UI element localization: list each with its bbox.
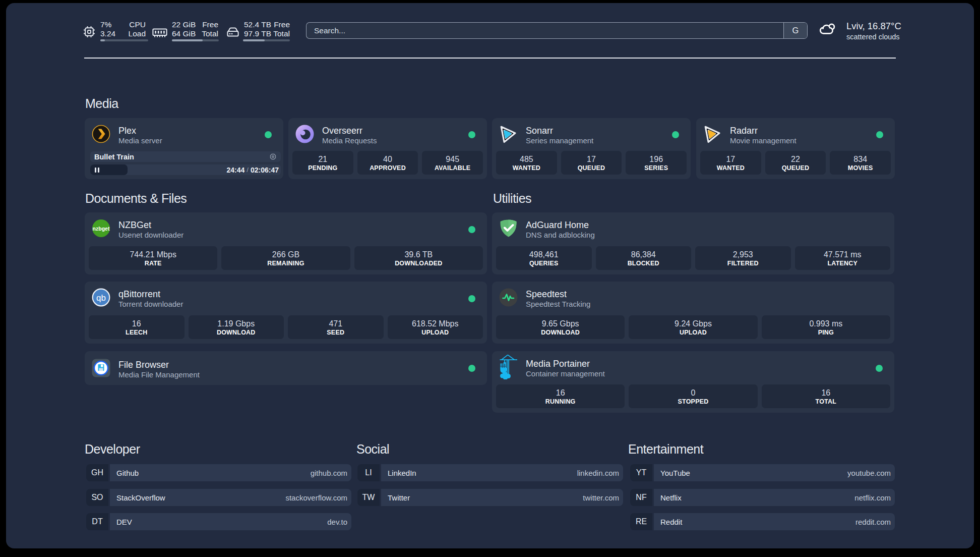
svg-text:nzbget: nzbget xyxy=(93,226,110,232)
svg-text:qb: qb xyxy=(96,293,106,303)
